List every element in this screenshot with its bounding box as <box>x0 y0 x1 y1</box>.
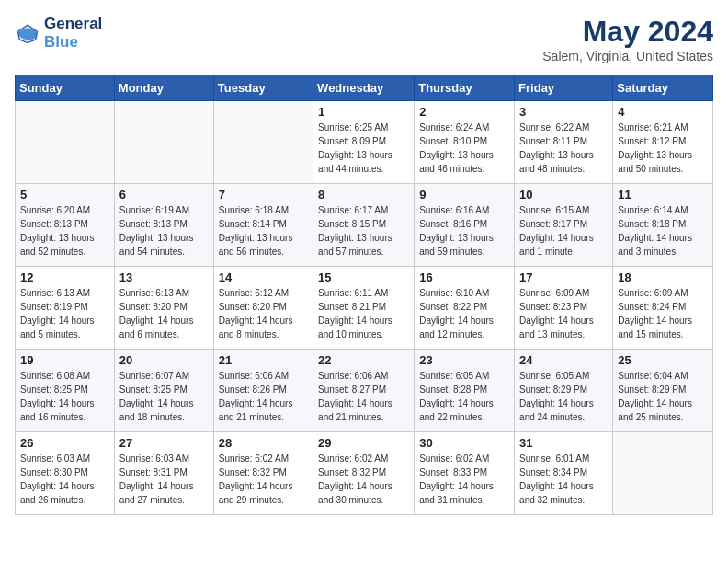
day-number: 20 <box>119 353 209 367</box>
day-number: 10 <box>519 188 608 201</box>
calendar-cell: 15Sunrise: 6:11 AMSunset: 8:21 PMDayligh… <box>313 267 415 350</box>
day-number: 1 <box>318 105 409 119</box>
day-info: Sunrise: 6:04 AMSunset: 8:29 PMDaylight:… <box>618 369 708 424</box>
weekday-header-thursday: Thursday <box>415 75 515 101</box>
day-number: 29 <box>318 436 409 450</box>
calendar-cell: 9Sunrise: 6:16 AMSunset: 8:16 PMDaylight… <box>415 184 515 267</box>
calendar-cell: 10Sunrise: 6:15 AMSunset: 8:17 PMDayligh… <box>515 184 613 267</box>
day-number: 23 <box>419 353 509 367</box>
calendar-cell <box>213 101 313 184</box>
day-number: 7 <box>219 188 308 201</box>
day-info: Sunrise: 6:05 AMSunset: 8:28 PMDaylight:… <box>419 369 509 424</box>
page-header: General Blue May 2024 Salem, Virginia, U… <box>15 15 713 63</box>
day-info: Sunrise: 6:14 AMSunset: 8:18 PMDaylight:… <box>618 203 708 259</box>
calendar-cell: 4Sunrise: 6:21 AMSunset: 8:12 PMDaylight… <box>613 101 713 184</box>
weekday-header-row: SundayMondayTuesdayWednesdayThursdayFrid… <box>16 75 713 101</box>
day-info: Sunrise: 6:02 AMSunset: 8:32 PMDaylight:… <box>318 452 409 507</box>
day-number: 14 <box>219 270 308 284</box>
day-info: Sunrise: 6:03 AMSunset: 8:31 PMDaylight:… <box>119 452 209 507</box>
day-number: 21 <box>219 353 308 367</box>
calendar-week-3: 12Sunrise: 6:13 AMSunset: 8:19 PMDayligh… <box>16 267 713 350</box>
calendar-week-1: 1Sunrise: 6:25 AMSunset: 8:09 PMDaylight… <box>16 101 713 184</box>
calendar-cell: 25Sunrise: 6:04 AMSunset: 8:29 PMDayligh… <box>613 350 713 432</box>
day-info: Sunrise: 6:16 AMSunset: 8:16 PMDaylight:… <box>419 203 509 259</box>
day-number: 2 <box>419 105 509 119</box>
calendar-cell <box>114 101 213 184</box>
day-number: 24 <box>519 353 608 367</box>
calendar-cell: 30Sunrise: 6:02 AMSunset: 8:33 PMDayligh… <box>415 432 515 515</box>
calendar-cell: 11Sunrise: 6:14 AMSunset: 8:18 PMDayligh… <box>613 184 713 267</box>
day-number: 9 <box>419 188 509 201</box>
calendar-cell: 16Sunrise: 6:10 AMSunset: 8:22 PMDayligh… <box>415 267 515 350</box>
day-info: Sunrise: 6:03 AMSunset: 8:30 PMDaylight:… <box>20 452 109 507</box>
day-number: 15 <box>318 270 409 284</box>
calendar-cell: 8Sunrise: 6:17 AMSunset: 8:15 PMDaylight… <box>313 184 415 267</box>
day-info: Sunrise: 6:07 AMSunset: 8:25 PMDaylight:… <box>119 369 209 424</box>
weekday-header-friday: Friday <box>515 75 613 101</box>
day-info: Sunrise: 6:19 AMSunset: 8:13 PMDaylight:… <box>119 203 209 259</box>
day-number: 22 <box>318 353 409 367</box>
logo-icon <box>15 20 40 46</box>
day-info: Sunrise: 6:06 AMSunset: 8:27 PMDaylight:… <box>318 369 409 424</box>
day-number: 25 <box>618 353 708 367</box>
calendar-cell: 17Sunrise: 6:09 AMSunset: 8:23 PMDayligh… <box>515 267 613 350</box>
day-info: Sunrise: 6:10 AMSunset: 8:22 PMDaylight:… <box>419 286 509 341</box>
day-number: 13 <box>119 270 209 284</box>
calendar-cell: 2Sunrise: 6:24 AMSunset: 8:10 PMDaylight… <box>415 101 515 184</box>
calendar-week-5: 26Sunrise: 6:03 AMSunset: 8:30 PMDayligh… <box>16 432 713 515</box>
day-number: 3 <box>519 105 608 119</box>
day-info: Sunrise: 6:06 AMSunset: 8:26 PMDaylight:… <box>219 369 308 424</box>
title-block: May 2024 Salem, Virginia, United States <box>542 15 713 63</box>
day-number: 19 <box>20 353 109 367</box>
day-info: Sunrise: 6:24 AMSunset: 8:10 PMDaylight:… <box>419 121 509 176</box>
calendar-cell: 5Sunrise: 6:20 AMSunset: 8:13 PMDaylight… <box>16 184 115 267</box>
day-info: Sunrise: 6:11 AMSunset: 8:21 PMDaylight:… <box>318 286 409 341</box>
calendar-cell: 14Sunrise: 6:12 AMSunset: 8:20 PMDayligh… <box>213 267 313 350</box>
day-info: Sunrise: 6:09 AMSunset: 8:23 PMDaylight:… <box>519 286 608 341</box>
day-info: Sunrise: 6:21 AMSunset: 8:12 PMDaylight:… <box>618 121 708 176</box>
calendar-cell: 26Sunrise: 6:03 AMSunset: 8:30 PMDayligh… <box>16 432 115 515</box>
day-info: Sunrise: 6:13 AMSunset: 8:19 PMDaylight:… <box>20 286 109 341</box>
calendar-cell: 19Sunrise: 6:08 AMSunset: 8:25 PMDayligh… <box>16 350 115 432</box>
calendar-cell: 7Sunrise: 6:18 AMSunset: 8:14 PMDaylight… <box>213 184 313 267</box>
day-number: 8 <box>318 188 409 201</box>
weekday-header-tuesday: Tuesday <box>213 75 313 101</box>
day-info: Sunrise: 6:09 AMSunset: 8:24 PMDaylight:… <box>618 286 708 341</box>
day-number: 18 <box>618 270 708 284</box>
day-number: 31 <box>519 436 608 450</box>
weekday-header-saturday: Saturday <box>613 75 713 101</box>
calendar-cell: 12Sunrise: 6:13 AMSunset: 8:19 PMDayligh… <box>16 267 115 350</box>
calendar-cell: 18Sunrise: 6:09 AMSunset: 8:24 PMDayligh… <box>613 267 713 350</box>
day-number: 28 <box>219 436 308 450</box>
calendar-cell <box>16 101 115 184</box>
day-info: Sunrise: 6:02 AMSunset: 8:33 PMDaylight:… <box>419 452 509 507</box>
day-info: Sunrise: 6:22 AMSunset: 8:11 PMDaylight:… <box>519 121 608 176</box>
calendar-cell: 1Sunrise: 6:25 AMSunset: 8:09 PMDaylight… <box>313 101 415 184</box>
calendar-week-4: 19Sunrise: 6:08 AMSunset: 8:25 PMDayligh… <box>16 350 713 432</box>
day-info: Sunrise: 6:13 AMSunset: 8:20 PMDaylight:… <box>119 286 209 341</box>
calendar-cell: 22Sunrise: 6:06 AMSunset: 8:27 PMDayligh… <box>313 350 415 432</box>
calendar-week-2: 5Sunrise: 6:20 AMSunset: 8:13 PMDaylight… <box>16 184 713 267</box>
day-number: 16 <box>419 270 509 284</box>
day-info: Sunrise: 6:12 AMSunset: 8:20 PMDaylight:… <box>219 286 308 341</box>
logo: General Blue <box>15 15 102 52</box>
day-info: Sunrise: 6:01 AMSunset: 8:34 PMDaylight:… <box>519 452 608 507</box>
day-info: Sunrise: 6:25 AMSunset: 8:09 PMDaylight:… <box>318 121 409 176</box>
day-number: 30 <box>419 436 509 450</box>
day-number: 4 <box>618 105 708 119</box>
day-info: Sunrise: 6:17 AMSunset: 8:15 PMDaylight:… <box>318 203 409 259</box>
calendar-cell: 6Sunrise: 6:19 AMSunset: 8:13 PMDaylight… <box>114 184 213 267</box>
weekday-header-monday: Monday <box>114 75 213 101</box>
calendar-cell: 21Sunrise: 6:06 AMSunset: 8:26 PMDayligh… <box>213 350 313 432</box>
calendar-cell: 28Sunrise: 6:02 AMSunset: 8:32 PMDayligh… <box>213 432 313 515</box>
location-subtitle: Salem, Virginia, United States <box>542 49 713 63</box>
day-number: 26 <box>20 436 109 450</box>
day-info: Sunrise: 6:02 AMSunset: 8:32 PMDaylight:… <box>219 452 308 507</box>
calendar-table: SundayMondayTuesdayWednesdayThursdayFrid… <box>15 75 713 515</box>
logo-text: General Blue <box>44 15 102 52</box>
day-info: Sunrise: 6:20 AMSunset: 8:13 PMDaylight:… <box>20 203 109 259</box>
page-title: May 2024 <box>542 15 713 49</box>
day-info: Sunrise: 6:15 AMSunset: 8:17 PMDaylight:… <box>519 203 608 259</box>
day-number: 6 <box>119 188 209 201</box>
calendar-cell: 3Sunrise: 6:22 AMSunset: 8:11 PMDaylight… <box>515 101 613 184</box>
